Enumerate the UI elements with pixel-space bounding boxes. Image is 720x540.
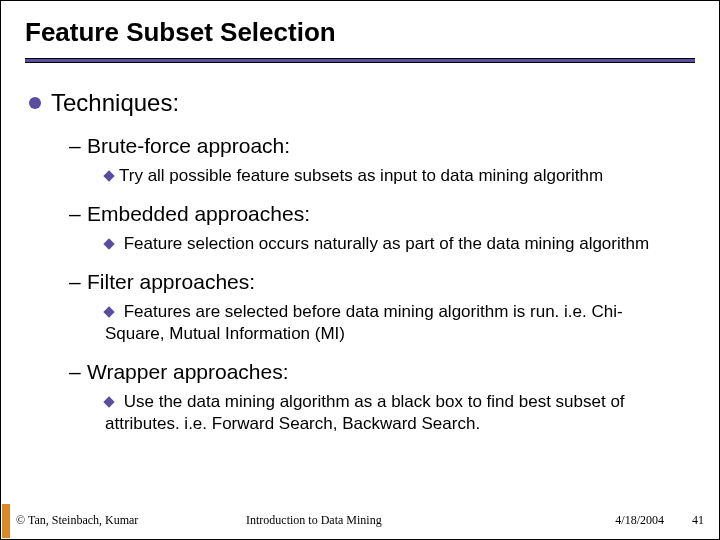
bullet-level2: – Filter approaches: xyxy=(69,269,695,295)
level2-text: Filter approaches: xyxy=(87,269,255,295)
dash-icon: – xyxy=(69,133,87,158)
diamond-icon xyxy=(103,307,114,318)
diamond-icon xyxy=(103,171,114,182)
bullet-level3: Try all possible feature subsets as inpu… xyxy=(105,165,675,187)
level2-text: Brute-force approach: xyxy=(87,133,290,159)
bullet-level2: – Embedded approaches: xyxy=(69,201,695,227)
footer-row: © Tan, Steinbach, Kumar Introduction to … xyxy=(16,513,704,528)
bullet-level3: Use the data mining algorithm as a black… xyxy=(105,391,675,435)
accent-strip xyxy=(2,504,10,538)
bullet-level3: Feature selection occurs naturally as pa… xyxy=(105,233,675,255)
bullet-level1: Techniques: xyxy=(29,89,695,117)
dash-icon: – xyxy=(69,201,87,226)
footer-title: Introduction to Data Mining xyxy=(246,513,584,528)
dash-icon: – xyxy=(69,359,87,384)
disc-icon xyxy=(29,97,41,109)
title-rule xyxy=(25,58,695,63)
bullet-level2: – Brute-force approach: xyxy=(69,133,695,159)
level3-text: Features are selected before data mining… xyxy=(105,302,623,343)
footer-date: 4/18/2004 xyxy=(584,513,664,528)
level1-text: Techniques: xyxy=(51,89,179,117)
level2-text: Embedded approaches: xyxy=(87,201,310,227)
level3-text: Use the data mining algorithm as a black… xyxy=(105,392,625,433)
bullet-level2: – Wrapper approaches: xyxy=(69,359,695,385)
diamond-icon xyxy=(103,396,114,407)
bullet-level3: Features are selected before data mining… xyxy=(105,301,675,345)
level3-text: Try all possible feature subsets as inpu… xyxy=(119,166,603,185)
dash-icon: – xyxy=(69,269,87,294)
footer: © Tan, Steinbach, Kumar Introduction to … xyxy=(2,504,718,538)
level3-text: Feature selection occurs naturally as pa… xyxy=(119,234,649,253)
level2-text: Wrapper approaches: xyxy=(87,359,289,385)
diamond-icon xyxy=(103,239,114,250)
footer-copyright: © Tan, Steinbach, Kumar xyxy=(16,513,246,528)
footer-page: 41 xyxy=(664,513,704,528)
slide: Feature Subset Selection Techniques: – B… xyxy=(0,0,720,540)
slide-title: Feature Subset Selection xyxy=(25,17,695,48)
